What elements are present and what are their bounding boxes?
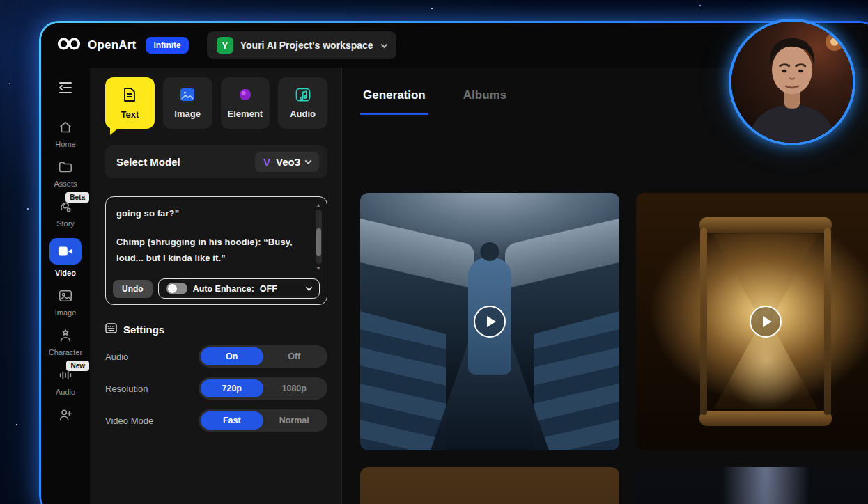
light-beam-thumbnail <box>636 467 868 504</box>
image-icon <box>58 288 73 304</box>
desktop-background: OpenArt Infinite Y Youri AI Project's wo… <box>0 0 868 504</box>
sidebar: Home Assets Beta Story <box>41 68 90 504</box>
play-icon <box>487 316 496 327</box>
workspace-name: Youri AI Project's workspace <box>240 40 373 51</box>
element-tab-icon <box>238 88 253 104</box>
play-button[interactable] <box>750 306 782 338</box>
setting-row-video-mode: Video Mode Fast Normal <box>105 409 327 432</box>
tab-label: Image <box>174 109 201 119</box>
video-card-hourglass[interactable] <box>636 193 868 450</box>
auto-enhance-toggle[interactable] <box>166 283 187 294</box>
sidebar-item-assets[interactable]: Assets <box>43 159 88 188</box>
thumbnail-art <box>699 411 832 426</box>
add-user-icon <box>58 407 73 423</box>
sidebar-item-label: Character <box>49 348 82 356</box>
tab-element[interactable]: Element <box>221 77 270 129</box>
sidebar-item-character[interactable]: Character <box>43 327 88 356</box>
thumbnail-art <box>824 228 831 415</box>
workspace-selector[interactable]: Y Youri AI Project's workspace <box>207 31 396 59</box>
sidebar-item-label: Audio <box>56 388 75 396</box>
audio-on-option[interactable]: On <box>201 347 263 365</box>
sidebar-item-audio[interactable]: New Audio <box>43 367 88 396</box>
presenter-portrait <box>731 22 853 143</box>
settings-header: Settings <box>105 323 327 336</box>
openart-logo[interactable]: OpenArt <box>56 37 136 54</box>
setting-row-resolution: Resolution 720p 1080p <box>105 377 327 400</box>
sidebar-item-story[interactable]: Beta Story <box>43 198 88 228</box>
video-card-airplane[interactable] <box>360 193 619 450</box>
infinity-logo-icon <box>56 37 82 54</box>
mode-tabs: Text Image Element <box>105 77 327 129</box>
play-button[interactable] <box>474 306 506 338</box>
prompt-controls: Undo Auto Enhance: OFF <box>113 278 320 299</box>
scrollbar-track[interactable] <box>316 210 322 264</box>
auto-enhance-state: OFF <box>260 284 277 294</box>
app-body: Home Assets Beta Story <box>41 68 868 504</box>
workspace-avatar: Y <box>217 37 233 54</box>
setting-row-audio: Audio On Off <box>105 345 327 368</box>
select-model-label: Select Model <box>116 156 180 168</box>
resolution-720p-option[interactable]: 720p <box>201 379 263 397</box>
sidebar-item-home[interactable]: Home <box>43 119 88 148</box>
resolution-segmented-control: 720p 1080p <box>199 377 327 400</box>
video-mode-normal-option[interactable]: Normal <box>263 411 326 430</box>
scrollbar-thumb[interactable] <box>316 228 321 256</box>
character-icon <box>58 327 73 344</box>
brand-name: OpenArt <box>88 38 136 52</box>
scroll-down-icon[interactable]: ▼ <box>316 266 321 271</box>
video-mode-segmented-control: Fast Normal <box>199 409 327 432</box>
video-results-grid <box>342 193 868 504</box>
resolution-1080p-option[interactable]: 1080p <box>263 379 326 397</box>
new-badge: New <box>66 361 89 371</box>
text-tab-icon <box>123 87 137 104</box>
tab-label: Audio <box>290 109 316 119</box>
veo3-logo-icon: V <box>263 156 270 168</box>
collapse-sidebar-icon[interactable] <box>57 80 74 98</box>
sidebar-item-label: Story <box>56 219 75 228</box>
scroll-up-icon[interactable]: ▲ <box>316 203 321 207</box>
audio-segmented-control: On Off <box>199 345 327 368</box>
video-mode-fast-option[interactable]: Fast <box>201 411 263 430</box>
tab-text[interactable]: Text <box>105 77 155 129</box>
play-icon <box>763 316 772 327</box>
chevron-down-icon <box>380 41 387 48</box>
sidebar-item-label: Assets <box>54 180 77 188</box>
tab-image[interactable]: Image <box>163 77 212 129</box>
prompt-line: going so far?” <box>116 206 306 222</box>
sidebar-item-invite-partial[interactable] <box>43 407 88 423</box>
audio-off-option[interactable]: Off <box>263 347 326 365</box>
settings-section: Settings Audio On Off Resolution <box>105 323 327 432</box>
tab-audio[interactable]: Audio <box>278 77 327 129</box>
sidebar-item-label: Image <box>55 308 77 317</box>
image-tab-icon <box>180 88 195 104</box>
chevron-down-icon <box>306 284 313 291</box>
thumbnail-art <box>360 311 446 450</box>
model-dropdown[interactable]: V Veo3 <box>255 152 319 172</box>
model-selector-row: Select Model V Veo3 <box>105 145 327 178</box>
auto-enhance-label: Auto Enhance: <box>193 284 254 294</box>
thumbnail-art <box>534 311 619 450</box>
prompt-line: Chimp (shrugging in his hoodie): “Busy, … <box>116 235 306 267</box>
sidebar-item-label: Home <box>55 140 75 148</box>
beta-badge: Beta <box>65 192 89 203</box>
undo-button[interactable]: Undo <box>113 280 153 298</box>
audio-tab-icon <box>295 88 311 104</box>
pedestal-thumbnail <box>360 467 619 504</box>
model-name: Veo3 <box>276 156 300 168</box>
settings-title: Settings <box>123 324 164 336</box>
setting-label: Resolution <box>105 384 148 394</box>
video-card-pedestal[interactable] <box>360 467 619 504</box>
setting-label: Audio <box>105 352 128 362</box>
video-card-light-beam[interactable] <box>636 467 868 504</box>
sidebar-item-video[interactable]: Video <box>43 238 88 277</box>
sidebar-item-image[interactable]: Image <box>43 288 88 317</box>
tab-albums[interactable]: Albums <box>460 88 509 115</box>
settings-icon <box>105 323 117 336</box>
home-icon <box>58 119 73 136</box>
setting-label: Video Mode <box>105 416 153 426</box>
auto-enhance-dropdown[interactable]: Auto Enhance: OFF <box>158 278 320 299</box>
prompt-editor[interactable]: going so far?” Chimp (shrugging in his h… <box>105 196 327 305</box>
tab-generation[interactable]: Generation <box>360 88 428 115</box>
prompt-text[interactable]: going so far?” Chimp (shrugging in his h… <box>116 206 306 266</box>
prompt-scrollbar[interactable]: ▲ ▼ <box>313 203 323 271</box>
